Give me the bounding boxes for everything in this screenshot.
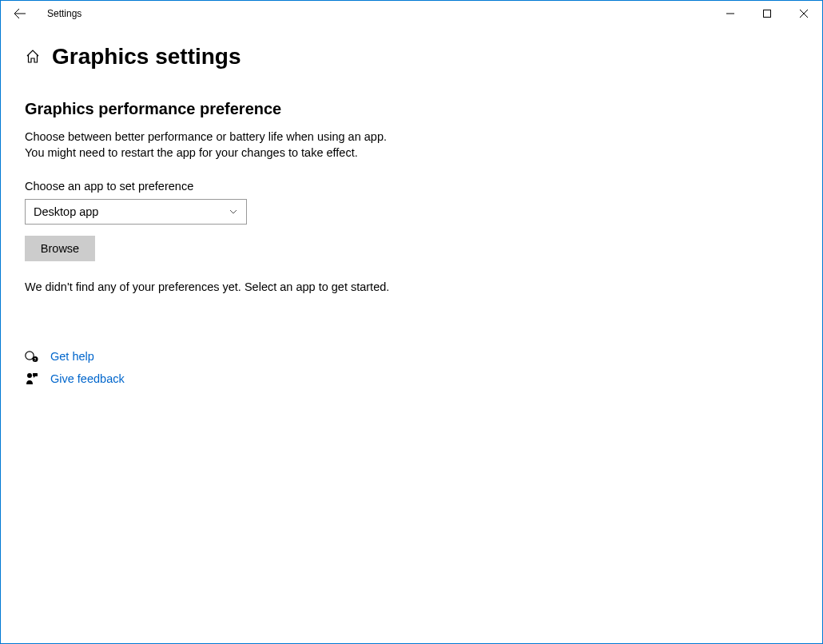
back-arrow-icon <box>14 7 26 20</box>
description-line-2: You might need to restart the app for yo… <box>25 145 798 161</box>
minimize-icon <box>726 10 734 18</box>
window-controls <box>712 1 822 26</box>
app-title: Settings <box>47 8 82 19</box>
svg-point-7 <box>27 373 32 378</box>
chevron-down-icon <box>229 207 238 217</box>
give-feedback-link[interactable]: Give feedback <box>50 372 125 385</box>
home-button[interactable] <box>25 49 41 65</box>
content: Graphics settings Graphics performance p… <box>1 26 822 411</box>
titlebar: Settings <box>1 1 822 26</box>
empty-state-text: We didn't find any of your preferences y… <box>25 280 798 293</box>
browse-label: Browse <box>41 242 79 255</box>
header-row: Graphics settings <box>25 44 798 70</box>
app-type-label: Choose an app to set preference <box>25 180 798 193</box>
section-title: Graphics performance preference <box>25 100 798 118</box>
back-button[interactable] <box>7 1 33 26</box>
dropdown-value: Desktop app <box>34 205 98 218</box>
description-line-1: Choose between better performance or bat… <box>25 129 798 145</box>
app-type-dropdown[interactable]: Desktop app <box>25 199 247 225</box>
titlebar-left: Settings <box>7 1 712 26</box>
give-feedback-row: Give feedback <box>25 372 798 386</box>
page-title: Graphics settings <box>52 44 241 70</box>
maximize-icon <box>763 10 771 18</box>
close-button[interactable] <box>785 1 822 26</box>
section-description: Choose between better performance or bat… <box>25 129 798 161</box>
svg-rect-8 <box>33 373 38 376</box>
feedback-icon <box>25 372 39 386</box>
get-help-link[interactable]: Get help <box>50 350 94 363</box>
svg-text:?: ? <box>34 357 37 362</box>
svg-rect-1 <box>764 10 771 18</box>
maximize-button[interactable] <box>749 1 785 26</box>
close-icon <box>800 10 808 18</box>
home-icon <box>26 50 40 64</box>
help-icon: ? <box>25 349 39 364</box>
get-help-row: ? Get help <box>25 349 798 364</box>
minimize-button[interactable] <box>712 1 749 26</box>
browse-button[interactable]: Browse <box>25 236 95 261</box>
